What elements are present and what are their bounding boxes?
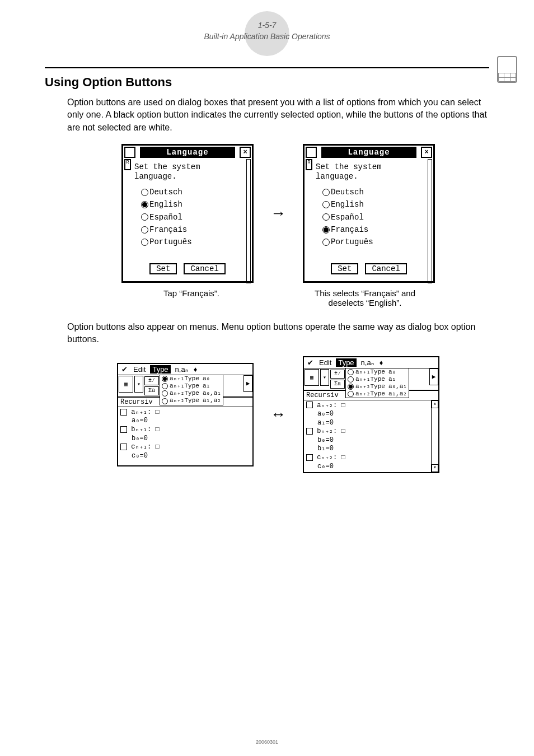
- figure-row-1: Language × R Set the system language. De…: [67, 144, 489, 283]
- toolbar-dropdown-icon[interactable]: ▾: [134, 376, 143, 393]
- menu-type[interactable]: Type: [150, 365, 170, 374]
- figure-row-2: ✔ Edit Type n,aₙ ♦ ▦ ▾ ±⁄ Σa aₙ₊₁Typea₀ …: [67, 356, 489, 474]
- menu-nan[interactable]: n,aₙ: [360, 358, 375, 367]
- dialog-title: Language: [140, 147, 235, 158]
- option-portugues[interactable]: Português: [322, 236, 422, 248]
- toolbar-dropdown-icon[interactable]: ▾: [320, 369, 329, 386]
- sequence-editor-right: ✔ Edit Type n,aₙ ♦ ▦ ▾ ±⁄ Σa aₙ₊₁Typea₀ …: [303, 356, 439, 474]
- page-header: 1-5-7 Built-in Application Basic Operati…: [45, 17, 489, 56]
- dialog-msg-l2: language.: [316, 172, 358, 181]
- scroll-up-icon[interactable]: ▴: [432, 400, 438, 408]
- option-deutsch[interactable]: Deutsch: [322, 186, 422, 198]
- checkbox[interactable]: [120, 444, 127, 450]
- option-english[interactable]: English: [141, 198, 241, 211]
- toolbar-more-icon[interactable]: ▶: [429, 368, 438, 385]
- type-option-3[interactable]: aₙ₊₂Typea₀,a₁: [160, 390, 223, 397]
- checkbox[interactable]: [306, 402, 313, 408]
- scroll-down-icon[interactable]: ▾: [432, 464, 438, 472]
- footer-code: 20060301: [0, 739, 534, 745]
- type-option-4[interactable]: aₙ₊₂Typea₁,a₂: [160, 397, 223, 404]
- divider: [45, 67, 489, 68]
- language-dialog-after: Language × R Set the system language. De…: [303, 144, 435, 283]
- language-dialog-before: Language × R Set the system language. De…: [121, 144, 254, 283]
- toolbar-grid-icon[interactable]: ▦: [119, 376, 133, 393]
- caption-left: Tap “Français”.: [127, 288, 256, 307]
- checkbox[interactable]: [120, 426, 127, 433]
- menu-nan[interactable]: n,aₙ: [174, 365, 189, 374]
- option-francais[interactable]: Français: [322, 223, 422, 236]
- option-francais[interactable]: Français: [141, 223, 241, 236]
- intro-paragraph: Option buttons are used on dialog boxes …: [67, 96, 489, 134]
- dialog-title: Language: [321, 147, 416, 158]
- dialog-msg-l1: Set the system: [134, 162, 200, 171]
- type-option-2[interactable]: aₙ₊₁Typea₁: [160, 382, 223, 390]
- figure-captions: Tap “Français”. This selects “Français” …: [67, 288, 489, 307]
- toolbar-grid-icon[interactable]: ▦: [305, 369, 319, 386]
- type-option-1[interactable]: aₙ₊₁Typea₀: [346, 368, 409, 376]
- sequence-list: aₙ₊₂: □ a₀=0 a₁=0 bₙ₊₂: □ b₀=0 b₁=0 cₙ₊₂…: [304, 400, 438, 473]
- cancel-button[interactable]: Cancel: [184, 263, 225, 274]
- set-button[interactable]: Set: [149, 263, 177, 274]
- arrow-right-icon: →: [270, 206, 286, 221]
- menu-check-icon[interactable]: ✔: [306, 358, 315, 367]
- menu-diamond-icon[interactable]: ♦: [378, 358, 385, 367]
- titlebar-left-notch: [124, 147, 135, 158]
- sequence-list: aₙ₊₁: □ a₀=0 bₙ₊₁: □ b₀=0 cₙ₊₁: □ c₀=0: [118, 407, 252, 465]
- toolbar-sigma-icon[interactable]: Σa: [144, 386, 159, 395]
- toolbar-fraction-icon[interactable]: ±⁄: [330, 370, 345, 379]
- menu-check-icon[interactable]: ✔: [120, 365, 129, 374]
- caption-right: This selects “Français” and deselects “E…: [301, 288, 429, 307]
- menu-edit[interactable]: Edit: [132, 365, 147, 374]
- type-dropdown-menu: aₙ₊₁Typea₀ aₙ₊₁Typea₁ aₙ₊₂Typea₀,a₁ aₙ₊₂…: [345, 368, 409, 399]
- second-paragraph: Option buttons also appear on menus. Men…: [67, 321, 489, 346]
- menu-diamond-icon[interactable]: ♦: [193, 365, 199, 374]
- section-heading: Using Option Buttons: [45, 75, 489, 90]
- type-option-2[interactable]: aₙ₊₁Typea₁: [346, 376, 409, 383]
- dialog-msg-l1: Set the system: [316, 162, 382, 171]
- checkbox[interactable]: [120, 409, 127, 416]
- page-subtitle: Built-in Application Basic Operations: [45, 31, 489, 43]
- type-dropdown-menu: aₙ₊₁Typea₀ aₙ₊₁Typea₁ aₙ₊₂Typea₀,a₁ aₙ₊₂…: [160, 375, 223, 405]
- titlebar-left-notch: [306, 147, 317, 158]
- checkbox[interactable]: [306, 428, 313, 435]
- cancel-button[interactable]: Cancel: [365, 263, 406, 274]
- scrollbar[interactable]: ▴ ▾: [431, 400, 438, 473]
- type-option-4[interactable]: aₙ₊₂Typea₁,a₂: [346, 390, 409, 398]
- option-espanol[interactable]: Español: [322, 211, 422, 223]
- menu-type[interactable]: Type: [336, 358, 356, 367]
- set-button[interactable]: Set: [331, 263, 358, 274]
- close-icon[interactable]: ×: [421, 147, 432, 158]
- sequence-editor-left: ✔ Edit Type n,aₙ ♦ ▦ ▾ ±⁄ Σa aₙ₊₁Typea₀ …: [117, 363, 254, 466]
- arrow-bidir-icon: ↔: [270, 407, 286, 422]
- option-deutsch[interactable]: Deutsch: [141, 186, 241, 198]
- dialog-msg-l2: language.: [134, 172, 177, 181]
- option-espanol[interactable]: Español: [141, 211, 241, 223]
- toolbar-sigma-icon[interactable]: Σa: [330, 380, 345, 389]
- toolbar-more-icon[interactable]: ▶: [243, 375, 252, 392]
- type-option-3[interactable]: aₙ₊₂Typea₀,a₁: [346, 383, 409, 390]
- page-code: 1-5-7: [45, 20, 489, 31]
- checkbox[interactable]: [306, 454, 313, 461]
- option-english[interactable]: English: [322, 198, 422, 211]
- type-option-1[interactable]: aₙ₊₁Typea₀: [160, 375, 223, 382]
- toolbar-fraction-icon[interactable]: ±⁄: [144, 376, 159, 385]
- close-icon[interactable]: ×: [240, 147, 251, 158]
- option-portugues[interactable]: Português: [141, 236, 241, 248]
- menu-edit[interactable]: Edit: [318, 358, 332, 367]
